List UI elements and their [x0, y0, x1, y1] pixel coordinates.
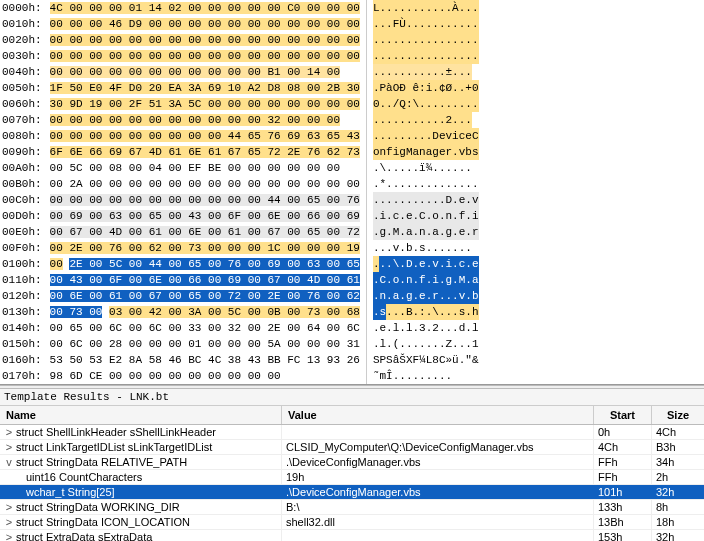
tree-row[interactable]: >struct ExtraData sExtraData153h32h: [0, 530, 704, 541]
hex-row[interactable]: 00 6E 00 61 00 67 00 65 00 72 00 2E 00 7…: [50, 288, 360, 304]
node-name: struct ExtraData sExtraData: [16, 531, 152, 541]
hex-row[interactable]: 00 00 00 46 D9 00 00 00 00 00 00 00 00 0…: [50, 16, 360, 32]
hex-row[interactable]: 4C 00 00 00 01 14 02 00 00 00 00 00 C0 0…: [50, 0, 360, 16]
hex-row[interactable]: 00 00 00 00 00 00 00 00 00 44 65 76 69 6…: [50, 128, 360, 144]
hex-row[interactable]: 00 65 00 6C 00 6C 00 33 00 32 00 2E 00 6…: [50, 320, 360, 336]
col-value[interactable]: Value: [282, 406, 594, 424]
node-size: B3h: [652, 440, 704, 454]
ascii-row[interactable]: .C.o.n.f.i.g.M.a: [373, 272, 704, 288]
node-size: 2h: [652, 470, 704, 484]
hex-row[interactable]: 00 00 00 00 00 00 00 00 00 00 00 32 00 0…: [50, 112, 360, 128]
hex-row[interactable]: 00 6C 00 28 00 00 00 01 00 00 00 5A 00 0…: [50, 336, 360, 352]
ascii-row[interactable]: .l.(.......Z...1: [373, 336, 704, 352]
expand-icon[interactable]: >: [4, 516, 14, 528]
tree-row[interactable]: >struct StringData WORKING_DIRB:\133h8h: [0, 500, 704, 515]
hex-row[interactable]: 30 9D 19 00 2F 51 3A 5C 00 00 00 00 00 0…: [50, 96, 360, 112]
tree-row[interactable]: wchar_t String[25].\DeviceConfigManager.…: [0, 485, 704, 500]
addr: 0160h:: [0, 352, 44, 368]
hex-row[interactable]: 00 00 00 00 00 00 00 00 00 00 00 B1 00 1…: [50, 64, 360, 80]
ascii-row[interactable]: .*..............: [373, 176, 704, 192]
hex-row[interactable]: 00 00 00 00 00 00 00 00 00 00 00 44 00 6…: [50, 192, 360, 208]
addr: 00B0h:: [0, 176, 44, 192]
hex-row[interactable]: 6F 6E 66 69 67 4D 61 6E 61 67 65 72 2E 7…: [50, 144, 360, 160]
ascii-row[interactable]: .PàOĐ ê:i.¢Ø..+0: [373, 80, 704, 96]
hex-row[interactable]: 00 69 00 63 00 65 00 43 00 6F 00 6E 00 6…: [50, 208, 360, 224]
node-name: struct ShellLinkHeader sShellLinkHeader: [16, 426, 216, 438]
ascii-row[interactable]: .n.a.g.e.r...v.b: [373, 288, 704, 304]
tree-row[interactable]: uint16 CountCharacters19hFFh2h: [0, 470, 704, 485]
expand-icon[interactable]: >: [4, 501, 14, 513]
ascii-row[interactable]: .i.c.e.C.o.n.f.i: [373, 208, 704, 224]
ascii-row[interactable]: .\.....ï¾......: [373, 160, 704, 176]
hex-row[interactable]: 00 2E 00 76 00 62 00 73 00 00 00 1C 00 0…: [50, 240, 360, 256]
hex-row[interactable]: 00 00 00 00 00 00 00 00 00 00 00 00 00 0…: [50, 48, 360, 64]
node-value: .\DeviceConfigManager.vbs: [282, 455, 594, 469]
ascii-row[interactable]: ................: [373, 32, 704, 48]
ascii-row[interactable]: ................: [373, 48, 704, 64]
ascii-row[interactable]: ...........2...: [373, 112, 704, 128]
addr: 0170h:: [0, 368, 44, 384]
ascii-row[interactable]: .e.l.l.3.2...d.l: [373, 320, 704, 336]
hex-row[interactable]: 53 50 53 E2 8A 58 46 BC 4C 38 43 BB FC 1…: [50, 352, 360, 368]
addr: 0110h:: [0, 272, 44, 288]
ascii-row[interactable]: ...\.D.e.v.i.c.e: [373, 256, 704, 272]
addr: 0140h:: [0, 320, 44, 336]
tree-row[interactable]: >struct ShellLinkHeader sShellLinkHeader…: [0, 425, 704, 440]
ascii-row[interactable]: ˜mÎ.........: [373, 368, 704, 384]
expand-icon[interactable]: >: [4, 441, 14, 453]
ascii-row[interactable]: onfigManager.vbs: [373, 144, 704, 160]
hex-row[interactable]: 00 67 00 4D 00 61 00 6E 00 61 00 67 00 6…: [50, 224, 360, 240]
ascii-row[interactable]: ...........±...: [373, 64, 704, 80]
node-size: 32h: [652, 485, 704, 499]
ascii-row[interactable]: ...........D.e.v: [373, 192, 704, 208]
ascii-row[interactable]: ...FÙ...........: [373, 16, 704, 32]
hex-row[interactable]: 00 00 00 00 00 00 00 00 00 00 00 00 00 0…: [50, 32, 360, 48]
tree-row[interactable]: >struct LinkTargetIDList sLinkTargetIDLi…: [0, 440, 704, 455]
template-results-tree[interactable]: Name Value Start Size >struct ShellLinkH…: [0, 406, 704, 541]
expand-icon[interactable]: v: [4, 456, 14, 468]
hex-row[interactable]: 00 5C 00 08 00 04 00 EF BE 00 00 00 00 0…: [50, 160, 360, 176]
hex-row[interactable]: 1F 50 E0 4F D0 20 EA 3A 69 10 A2 D8 08 0…: [50, 80, 360, 96]
expand-icon[interactable]: >: [4, 531, 14, 541]
node-value: [282, 530, 594, 541]
node-size: 18h: [652, 515, 704, 529]
ascii-column[interactable]: L...........À......FÙ...................…: [366, 0, 704, 384]
ascii-row[interactable]: ...v.b.s.......: [373, 240, 704, 256]
ascii-row[interactable]: SPSâŠXF¼L8C»ü."&: [373, 352, 704, 368]
hex-row[interactable]: 00 43 00 6F 00 6E 00 66 00 69 00 67 00 4…: [50, 272, 360, 288]
addr: 0040h:: [0, 64, 44, 80]
ascii-row[interactable]: L...........À...: [373, 0, 704, 16]
col-start[interactable]: Start: [594, 406, 652, 424]
col-name[interactable]: Name: [0, 406, 282, 424]
node-value: .\DeviceConfigManager.vbs: [282, 485, 594, 499]
ascii-row[interactable]: .........DeviceC: [373, 128, 704, 144]
bytes-column[interactable]: 4C 00 00 00 01 14 02 00 00 00 00 00 C0 0…: [44, 0, 366, 384]
hex-row[interactable]: 00 2A 00 00 00 00 00 00 00 00 00 00 00 0…: [50, 176, 360, 192]
address-column: 0000h:0010h:0020h:0030h:0040h:0050h:0060…: [0, 0, 44, 384]
addr: 00F0h:: [0, 240, 44, 256]
node-value: [282, 425, 594, 439]
ascii-row[interactable]: 0../Q:\.........: [373, 96, 704, 112]
tree-row[interactable]: >struct StringData ICON_LOCATIONshell32.…: [0, 515, 704, 530]
addr: 00D0h:: [0, 208, 44, 224]
hex-row[interactable]: 98 6D CE 00 00 00 00 00 00 00 00 00: [50, 368, 360, 384]
node-start: 153h: [594, 530, 652, 541]
node-size: 34h: [652, 455, 704, 469]
ascii-row[interactable]: .s...B.:.\...s.h: [373, 304, 704, 320]
hex-row[interactable]: 00 73 00 03 00 42 00 3A 00 5C 00 0B 00 7…: [50, 304, 360, 320]
addr: 0030h:: [0, 48, 44, 64]
col-size[interactable]: Size: [652, 406, 704, 424]
node-value: CLSID_MyComputer\Q:\DeviceConfigManager.…: [282, 440, 594, 454]
addr: 0120h:: [0, 288, 44, 304]
tree-row[interactable]: vstruct StringData RELATIVE_PATH.\Device…: [0, 455, 704, 470]
hex-row[interactable]: 00 2E 00 5C 00 44 00 65 00 76 00 69 00 6…: [50, 256, 360, 272]
node-start: FFh: [594, 470, 652, 484]
node-size: 4Ch: [652, 425, 704, 439]
hex-view[interactable]: 0000h:0010h:0020h:0030h:0040h:0050h:0060…: [0, 0, 704, 385]
node-start: 13Bh: [594, 515, 652, 529]
ascii-row[interactable]: .g.M.a.n.a.g.e.r: [373, 224, 704, 240]
node-start: 101h: [594, 485, 652, 499]
expand-icon[interactable]: >: [4, 426, 14, 438]
node-start: 4Ch: [594, 440, 652, 454]
addr: 0010h:: [0, 16, 44, 32]
